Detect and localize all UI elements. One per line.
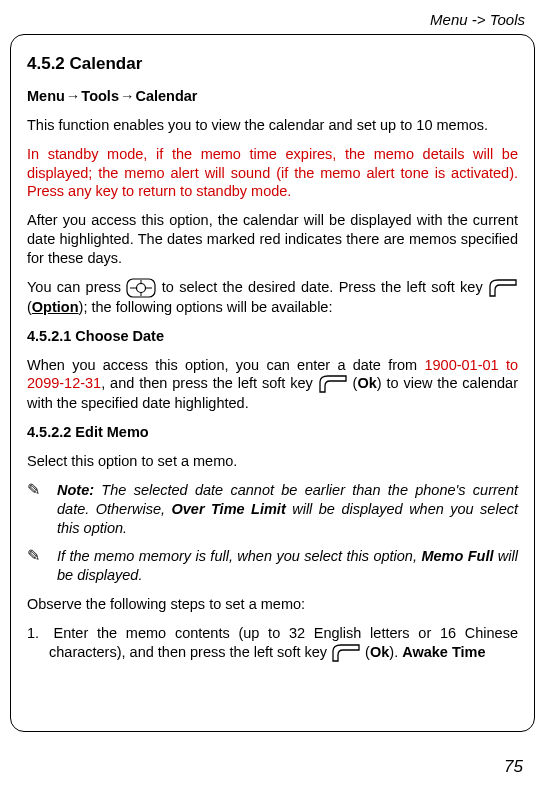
arrow-icon: → [119,88,136,104]
subheading-choose-date: 4.5.2.1 Choose Date [27,327,518,346]
choose-date-text-b1: , and then press the left soft key [101,375,317,391]
ok-label: Ok [357,375,376,391]
press-text-2: to select the desired date. Press the le… [156,279,488,295]
choose-date-paragraph: When you access this option, you can ent… [27,356,518,414]
edit-memo-intro: Select this option to set a memo. [27,452,518,471]
choose-date-text-a: When you access this option, you can ent… [27,357,424,373]
page-content: 4.5.2 Calendar Menu→Tools→Calendar This … [10,34,535,732]
date-range-start: 1900-01-01 to [424,357,518,373]
ok-label: Ok [370,644,389,660]
left-soft-key-icon [318,374,348,394]
note-icon: ✎ [27,547,47,564]
press-instruction: You can press to select the desired date… [27,278,518,317]
breadcrumb: Menu→Tools→Calendar [27,87,518,106]
standby-warning: In standby mode, if the memo time expire… [27,145,518,202]
memo-full-label: Memo Full [421,548,493,564]
awake-time-label: Awake Time [402,644,485,660]
step-1-text-b: ). [389,644,402,660]
note-row-2: ✎ If the memo memory is full, when you s… [27,547,518,585]
note-row-1: ✎ Note: The selected date cannot be earl… [27,481,518,538]
note-icon: ✎ [27,481,47,498]
note-label: Note: [57,482,94,498]
press-text-1: You can press [27,279,126,295]
left-soft-key-icon [331,643,361,663]
page-number: 75 [504,756,523,778]
navigation-key-icon [126,278,156,298]
section-number: 4.5.2 [27,54,65,73]
breadcrumb-seg-calendar: Calendar [135,88,197,104]
observe-steps: Observe the following steps to set a mem… [27,595,518,614]
header-path: Menu -> Tools [430,10,525,30]
note-2-body-a: If the memo memory is full, when you sel… [57,548,421,564]
note-2-text: If the memo memory is full, when you sel… [57,547,518,585]
intro-paragraph: This function enables you to view the ca… [27,116,518,135]
section-title: 4.5.2 Calendar [27,53,518,75]
svg-point-1 [137,283,146,292]
date-range-end: 2099-12-31 [27,375,101,391]
note-1-text: Note: The selected date cannot be earlie… [57,481,518,538]
after-access-paragraph: After you access this option, the calend… [27,211,518,268]
option-label: Option [32,299,79,315]
step-1: 1. Enter the memo contents (up to 32 Eng… [27,624,518,663]
breadcrumb-seg-menu: Menu [27,88,65,104]
breadcrumb-seg-tools: Tools [81,88,119,104]
press-text-3: ); the following options will be availab… [79,299,333,315]
section-name: Calendar [70,54,143,73]
over-time-limit-label: Over Time Limit [172,501,286,517]
arrow-icon: → [65,88,82,104]
left-soft-key-icon [488,278,518,298]
subheading-edit-memo: 4.5.2.2 Edit Memo [27,423,518,442]
